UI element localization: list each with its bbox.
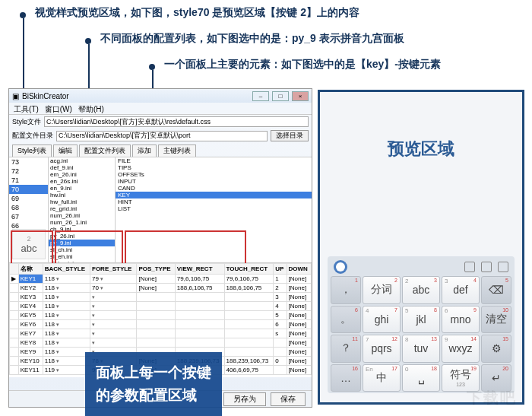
col-header[interactable]: TOUCH_RECT — [224, 264, 274, 275]
table-cell[interactable]: 119 ▾ — [43, 366, 90, 375]
keyboard-key[interactable]: 15⚙ — [481, 335, 511, 363]
config-file-item[interactable]: sl_ch.ini — [49, 246, 115, 253]
table-cell[interactable]: KEY4 — [18, 302, 43, 311]
keyboard-key[interactable]: 10清空 — [481, 306, 511, 334]
table-cell[interactable] — [175, 338, 224, 348]
keyboard-key[interactable]: 018␣ — [402, 364, 440, 392]
table-cell[interactable] — [10, 320, 19, 329]
table-cell[interactable]: ▶ — [10, 275, 19, 284]
table-row[interactable]: KEY6118 ▾ ▾6[None] — [10, 320, 312, 329]
col-header[interactable]: POS_TYPE — [137, 264, 175, 275]
table-cell[interactable]: [None] — [287, 275, 311, 284]
table-row[interactable]: KEY5118 ▾ ▾5[None] — [10, 311, 312, 320]
config-file-item[interactable]: num_26.ini — [49, 212, 115, 219]
keyboard-key[interactable]: 1， — [331, 276, 361, 304]
keyboard-key[interactable]: 47ghi — [363, 306, 401, 334]
table-cell[interactable]: [None] — [287, 284, 311, 293]
config-file-item[interactable]: sl_lan.ini — [49, 260, 115, 262]
maximize-button[interactable]: □ — [272, 91, 289, 101]
keyboard-key[interactable]: 69mno — [442, 306, 480, 334]
tab-config-files[interactable]: 配置文件列表 — [79, 144, 131, 157]
table-cell[interactable]: [None] — [137, 284, 175, 293]
style-item[interactable]: 71 — [9, 176, 48, 185]
table-row[interactable]: KEY8118 ▾ ▾[None] — [10, 338, 312, 348]
table-cell[interactable] — [274, 338, 287, 348]
config-file-item[interactable]: num_26_1.ini — [49, 219, 115, 226]
table-cell[interactable] — [274, 366, 287, 375]
table-cell[interactable]: [None] — [287, 329, 311, 338]
table-cell[interactable] — [10, 357, 19, 366]
keyboard-key[interactable]: 58jkl — [402, 306, 440, 334]
table-cell[interactable]: 188,6,106,75 — [224, 284, 274, 293]
save-as-button[interactable]: 另存为 — [223, 392, 266, 406]
minimize-button[interactable]: – — [252, 91, 269, 101]
table-row[interactable]: KEY2118 ▾70 ▾[None]188,6,106,75188,6,106… — [10, 284, 312, 293]
table-cell[interactable]: ▾ — [90, 338, 137, 348]
table-cell[interactable] — [137, 293, 175, 302]
table-cell[interactable] — [175, 311, 224, 320]
table-cell[interactable] — [10, 348, 19, 357]
style-item[interactable]: 72 — [9, 167, 48, 176]
config-file-item[interactable]: em_26.ini — [49, 171, 115, 178]
table-cell[interactable]: KEY1 — [18, 275, 43, 284]
table-cell[interactable]: 118 ▾ — [43, 338, 90, 348]
table-cell[interactable]: 1 — [274, 275, 287, 284]
close-button[interactable]: × — [292, 91, 309, 101]
table-cell[interactable]: KEY9 — [18, 348, 43, 357]
table-cell[interactable]: 118 ▾ — [43, 329, 90, 338]
main-key-item[interactable]: LIST — [116, 205, 312, 212]
table-cell[interactable]: ▾ — [90, 302, 137, 311]
main-key-item[interactable]: CAND — [116, 185, 312, 192]
config-file-item[interactable]: sl_eh.ini — [49, 253, 115, 260]
table-cell[interactable] — [137, 329, 175, 338]
col-header[interactable]: BACK_STYLE — [43, 264, 90, 275]
table-cell[interactable]: KEY10 — [18, 357, 43, 366]
table-cell[interactable]: [None] — [287, 366, 311, 375]
table-cell[interactable]: ▾ — [90, 293, 137, 302]
table-cell[interactable]: 118 ▾ — [43, 357, 90, 366]
main-key-item[interactable]: TIPS — [116, 164, 312, 171]
style-item[interactable]: 70 — [9, 185, 48, 194]
table-cell[interactable] — [10, 311, 19, 320]
table-cell[interactable]: 406,6,69,75 — [224, 366, 274, 375]
table-cell[interactable]: 118 ▾ — [43, 320, 90, 329]
tab-style-list[interactable]: Style列表 — [12, 144, 52, 157]
col-header[interactable]: 名称 — [18, 264, 43, 275]
keyboard-key[interactable]: 712pqrs — [363, 335, 401, 363]
table-cell[interactable]: ▾ — [90, 320, 137, 329]
tab-add[interactable]: 添加 — [132, 144, 157, 157]
main-key-item[interactable]: INPUT — [116, 178, 312, 185]
config-file-item[interactable]: en_26s.ini — [49, 178, 115, 185]
config-file-item[interactable]: re_grid.ini — [49, 205, 115, 212]
table-cell[interactable] — [137, 320, 175, 329]
col-header[interactable]: DOWN — [287, 264, 311, 275]
table-cell[interactable] — [224, 338, 274, 348]
table-cell[interactable] — [175, 293, 224, 302]
menu-window[interactable]: 窗口(W) — [45, 104, 72, 113]
table-cell[interactable]: 79 ▾ — [90, 275, 137, 284]
table-cell[interactable] — [137, 338, 175, 348]
table-cell[interactable] — [224, 302, 274, 311]
kb-collapse-icon[interactable] — [498, 262, 508, 272]
table-cell[interactable] — [137, 311, 175, 320]
table-cell[interactable]: [None] — [287, 357, 311, 366]
col-header[interactable]: VIEW_RECT — [175, 264, 224, 275]
table-cell[interactable]: 188,6,106,75 — [175, 284, 224, 293]
config-file-item[interactable]: py_26.ini — [49, 233, 115, 240]
table-row[interactable]: KEY4118 ▾ ▾4[None] — [10, 302, 312, 311]
keyboard-key[interactable]: 813tuv — [402, 335, 440, 363]
tab-edit[interactable]: 编辑 — [53, 144, 78, 157]
table-cell[interactable]: 118 ▾ — [43, 302, 90, 311]
table-cell[interactable]: [None] — [287, 320, 311, 329]
main-key-item[interactable]: HINT — [116, 198, 312, 205]
table-cell[interactable]: [None] — [287, 302, 311, 311]
table-cell[interactable] — [10, 284, 19, 293]
table-cell[interactable]: 70 ▾ — [90, 284, 137, 293]
table-cell[interactable] — [224, 293, 274, 302]
table-cell[interactable]: KEY3 — [18, 293, 43, 302]
keyboard-key[interactable]: 914wxyz — [442, 335, 480, 363]
style-item[interactable]: 73 — [9, 157, 48, 167]
main-key-list[interactable]: FILETIPSOFFSETsINPUTCANDKEYHINTLIST — [116, 157, 312, 262]
table-cell[interactable]: s — [274, 329, 287, 338]
style-item[interactable]: 68 — [9, 203, 48, 212]
